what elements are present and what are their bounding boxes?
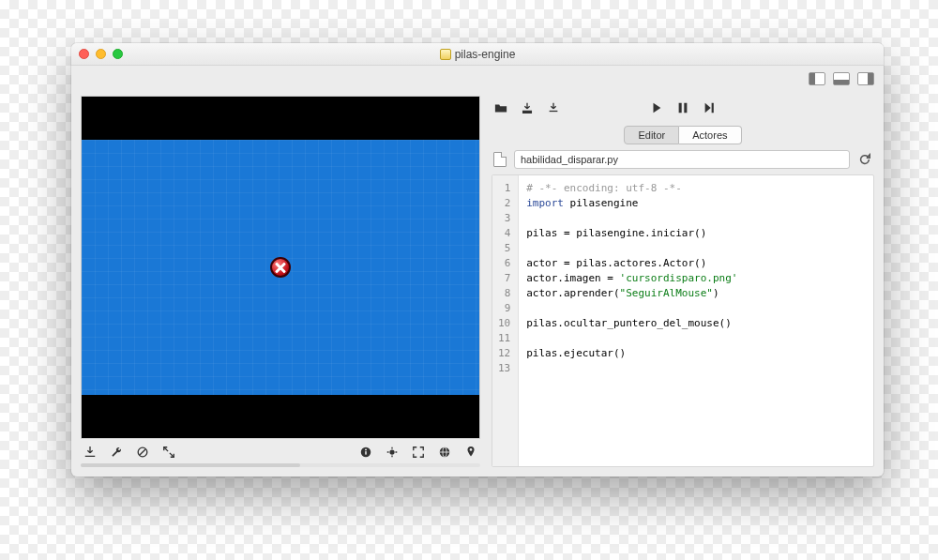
toggle-left-panel-button[interactable] [809, 72, 825, 85]
svg-point-5 [389, 449, 394, 454]
export-icon[interactable] [546, 100, 561, 115]
step-forward-button[interactable] [702, 100, 717, 115]
code-content[interactable]: # -*- encoding: utf-8 -*- import pilasen… [519, 175, 745, 466]
filename-input[interactable] [514, 150, 850, 169]
svg-rect-10 [679, 103, 682, 114]
close-window-button[interactable] [79, 49, 89, 59]
editor-toolbar [492, 96, 874, 120]
refresh-icon[interactable] [857, 152, 872, 167]
app-window: pilas-engine [71, 43, 884, 477]
download-icon[interactable] [83, 445, 98, 460]
viewport-toolbar [81, 439, 480, 460]
letterbox-top [82, 97, 479, 140]
tab-bar: Editor Actores [492, 126, 874, 144]
letterbox-bottom [82, 395, 479, 438]
window-controls [79, 49, 123, 59]
game-viewport[interactable] [81, 96, 480, 439]
svg-line-1 [140, 449, 145, 455]
svg-rect-11 [684, 103, 687, 114]
svg-rect-3 [365, 451, 366, 455]
app-icon [440, 49, 451, 60]
header-toolbar [71, 66, 884, 92]
target-icon[interactable] [385, 445, 400, 460]
disable-icon[interactable] [135, 445, 150, 460]
zoom-window-button[interactable] [113, 49, 123, 59]
game-panel [81, 96, 480, 467]
titlebar: pilas-engine [71, 43, 884, 66]
globe-icon[interactable] [437, 445, 452, 460]
svg-rect-12 [712, 103, 714, 114]
wrench-icon[interactable] [109, 445, 124, 460]
info-icon[interactable] [358, 445, 373, 460]
save-icon[interactable] [520, 100, 535, 115]
line-gutter: 1 2 3 4 5 6 7 8 9 10 11 12 13 [492, 175, 519, 466]
tab-editor[interactable]: Editor [624, 126, 679, 144]
toggle-right-panel-button[interactable] [857, 72, 874, 85]
play-button[interactable] [649, 100, 664, 115]
editor-panel: Editor Actores 1 2 3 4 5 6 7 8 9 10 11 1… [492, 96, 874, 467]
actor-sprite[interactable] [270, 257, 291, 278]
document-icon [493, 152, 507, 167]
content: Editor Actores 1 2 3 4 5 6 7 8 9 10 11 1… [71, 92, 884, 477]
expand-icon[interactable] [161, 445, 176, 460]
minimize-window-button[interactable] [96, 49, 106, 59]
tab-actors[interactable]: Actores [679, 126, 741, 144]
svg-point-4 [365, 449, 367, 451]
horizontal-scrollbar[interactable] [81, 463, 480, 467]
toggle-bottom-panel-button[interactable] [833, 72, 850, 85]
fullscreen-icon[interactable] [411, 445, 426, 460]
title-wrap: pilas-engine [71, 48, 884, 61]
window-title: pilas-engine [455, 48, 516, 61]
code-editor[interactable]: 1 2 3 4 5 6 7 8 9 10 11 12 13 # -*- enco… [492, 174, 874, 467]
svg-point-9 [470, 448, 473, 451]
pin-icon[interactable] [463, 445, 478, 460]
pause-button[interactable] [675, 100, 690, 115]
open-folder-icon[interactable] [493, 100, 508, 115]
game-area[interactable] [82, 140, 479, 395]
scrollbar-thumb[interactable] [81, 463, 300, 467]
file-row [492, 150, 874, 169]
